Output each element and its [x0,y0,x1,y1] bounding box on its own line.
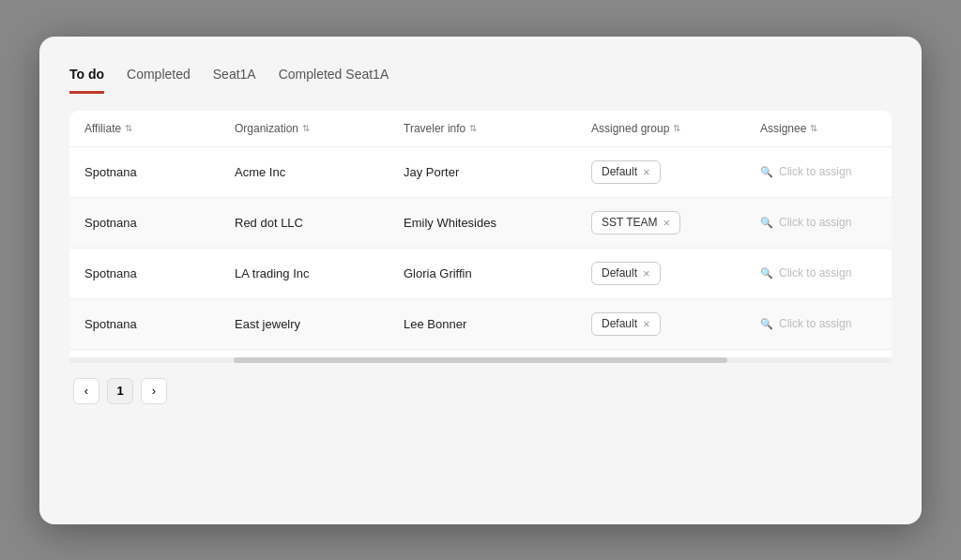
tab-seat1a[interactable]: Seat1A [213,67,256,94]
tab-todo[interactable]: To do [69,67,104,94]
remove-group-2[interactable]: × [664,216,671,230]
scrollbar-track [69,357,892,363]
assignee-field-3[interactable]: 🔍 Click to assign [760,266,922,280]
group-tag-2: SST TEAM × [591,211,680,235]
cell-group-2: SST TEAM × [591,211,760,235]
group-tag-4: Default × [591,312,661,336]
cell-group-1: Default × [591,160,760,184]
remove-group-1[interactable]: × [643,165,650,179]
cell-org-3: LA trading Inc [235,266,404,280]
tab-bar: To do Completed Seat1A Completed Seat1A [69,67,892,94]
remove-group-4[interactable]: × [643,317,650,331]
current-page[interactable]: 1 [107,378,133,404]
cell-traveler-2: Emily Whitesides [404,216,591,230]
cell-affiliate-1: Spotnana [84,165,235,179]
search-icon-4: 🔍 [760,318,773,330]
cell-org-4: East jewelry [235,317,404,331]
table-row: Spotnana East jewelry Lee Bonner Default… [69,299,892,350]
table-header: Affiliate ⇅ Organization ⇅ Traveler info… [69,111,892,147]
cell-affiliate-4: Spotnana [84,317,235,331]
cell-org-2: Red dot LLC [235,216,404,230]
assignee-field-1[interactable]: 🔍 Click to assign [760,165,922,178]
cell-group-4: Default × [591,312,760,336]
assignee-field-2[interactable]: 🔍 Click to assign [760,216,922,229]
pagination: ‹ 1 › [69,378,892,404]
search-icon-2: 🔍 [760,217,773,229]
scrollbar-thumb[interactable] [234,357,727,363]
search-icon-3: 🔍 [760,267,773,280]
cell-org-1: Acme Inc [235,165,404,179]
next-page-button[interactable]: › [141,378,167,404]
sort-icon-assignee[interactable]: ⇅ [810,123,817,133]
sort-icon-traveler[interactable]: ⇅ [469,123,477,133]
cell-traveler-4: Lee Bonner [404,317,591,331]
prev-page-button[interactable]: ‹ [73,378,99,404]
group-tag-3: Default × [591,262,661,285]
group-tag-1: Default × [591,160,661,184]
assignee-field-4[interactable]: 🔍 Click to assign [760,317,922,330]
main-window: To do Completed Seat1A Completed Seat1A … [39,37,922,524]
cell-traveler-3: Gloria Griffin [404,266,591,280]
table-row: Spotnana LA trading Inc Gloria Griffin D… [69,249,892,299]
remove-group-3[interactable]: × [643,266,650,280]
cell-affiliate-2: Spotnana [84,216,235,230]
table-row: Spotnana Acme Inc Jay Porter Default × 🔍… [69,147,892,198]
col-group: Assigned group ⇅ [591,122,760,135]
cell-group-3: Default × [591,262,760,285]
tab-completed[interactable]: Completed [127,67,191,94]
cell-traveler-1: Jay Porter [404,165,591,179]
cell-affiliate-3: Spotnana [84,266,235,280]
col-traveler: Traveler info ⇅ [404,122,591,135]
tab-completed-seat1a[interactable]: Completed Seat1A [279,67,389,94]
search-icon-1: 🔍 [760,166,773,178]
col-affiliate: Affiliate ⇅ [84,122,235,135]
sort-icon-group[interactable]: ⇅ [673,123,680,133]
sort-icon-affiliate[interactable]: ⇅ [125,123,132,133]
col-organization: Organization ⇅ [235,122,404,135]
col-assignee: Assignee ⇅ [760,122,922,135]
data-table: Affiliate ⇅ Organization ⇅ Traveler info… [69,111,892,363]
sort-icon-organization[interactable]: ⇅ [302,123,310,133]
table-row: Spotnana Red dot LLC Emily Whitesides SS… [69,198,892,249]
